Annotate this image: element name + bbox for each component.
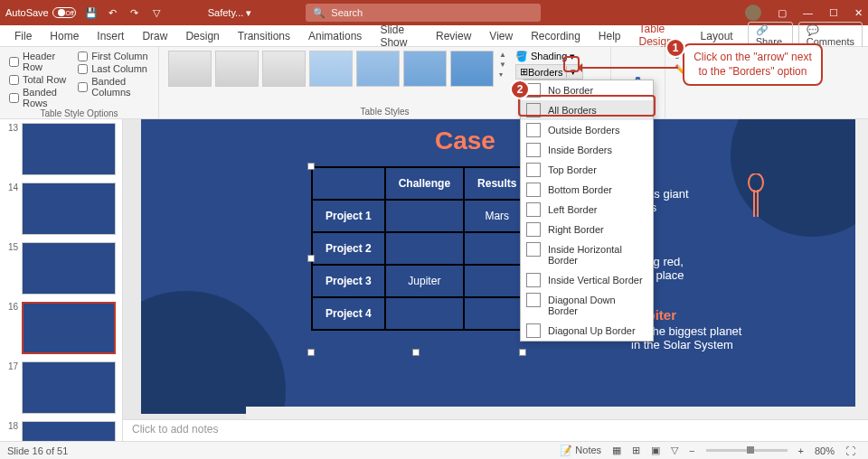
menu-inside-vertical[interactable]: Inside Vertical Border <box>521 270 653 290</box>
cb-banded-columns[interactable]: Banded Columns <box>78 76 149 98</box>
style-option[interactable] <box>403 51 447 87</box>
menu-left-border[interactable]: Left Border <box>521 200 653 220</box>
thumb-16[interactable]: 16 <box>4 302 118 354</box>
top-border-icon <box>526 163 541 177</box>
style-option[interactable] <box>309 51 353 87</box>
fit-window-icon[interactable]: ⛶ <box>840 445 861 456</box>
horizontal-scrollbar[interactable] <box>246 407 855 419</box>
menu-right-border[interactable]: Right Border <box>521 220 653 239</box>
vertical-scrollbar[interactable] <box>855 119 868 419</box>
title-bar: AutoSave Off 💾 ↶ ↷ ▽ Safety... ▾ 🔍 Searc… <box>0 0 868 25</box>
style-option[interactable] <box>262 51 306 87</box>
table-cell[interactable]: Jupiter <box>385 265 464 297</box>
menu-inside-horizontal[interactable]: Inside Horizontal Border <box>521 239 653 270</box>
sorter-view-icon[interactable]: ⊞ <box>627 445 646 456</box>
tab-animations[interactable]: Animations <box>299 26 371 46</box>
thumb-14[interactable]: 14 <box>4 183 118 235</box>
slide-title[interactable]: Case <box>435 126 495 155</box>
autosave-switch[interactable]: Off <box>52 7 76 18</box>
ribbon-display-icon[interactable]: ▢ <box>778 7 787 19</box>
selection-handle[interactable] <box>307 349 315 356</box>
tab-view[interactable]: View <box>480 26 522 46</box>
zoom-level[interactable]: 80% <box>809 445 840 456</box>
minimize-icon[interactable]: — <box>803 7 813 18</box>
gallery-up-icon[interactable]: ▲ <box>499 51 506 59</box>
gallery-more-icon[interactable]: ▾ <box>499 70 506 79</box>
left-border-icon <box>526 202 541 217</box>
cb-first-column[interactable]: First Column <box>78 51 149 61</box>
present-icon[interactable]: ▽ <box>150 6 163 19</box>
zoom-out[interactable]: − <box>684 445 700 456</box>
selection-handle[interactable] <box>519 349 526 356</box>
selection-handle[interactable] <box>307 255 315 262</box>
menu-diagonal-up[interactable]: Diagonal Up Border <box>521 321 653 341</box>
menu-diagonal-down[interactable]: Diagonal Down Border <box>521 290 653 321</box>
thumb-15[interactable]: 15 <box>4 242 118 295</box>
style-option[interactable] <box>168 51 212 87</box>
borders-label: Borders <box>528 67 563 78</box>
tab-review[interactable]: Review <box>427 26 480 46</box>
table-row-header[interactable]: Project 3 <box>312 265 385 297</box>
cb-banded-rows[interactable]: Banded Rows <box>9 87 69 108</box>
borders-dropdown-menu: No Border All Borders Outside Borders In… <box>520 80 654 342</box>
slide-counter[interactable]: Slide 16 of 51 <box>7 445 68 456</box>
tab-help[interactable]: Help <box>590 26 630 46</box>
notes-button[interactable]: 📝 Notes <box>554 445 607 456</box>
table-row-header[interactable]: Project 1 <box>312 200 385 232</box>
step-badge-2: 2 <box>510 80 530 99</box>
safety-pin-icon <box>745 173 767 222</box>
table-header[interactable] <box>312 167 385 200</box>
inside-h-icon <box>526 242 541 257</box>
gallery-down-icon[interactable]: ▼ <box>499 61 506 69</box>
menu-inside-borders[interactable]: Inside Borders <box>521 140 653 160</box>
table-styles-gallery[interactable] <box>168 51 494 87</box>
status-bar: Slide 16 of 51 📝 Notes ▦ ⊞ ▣ ▽ − + 80% ⛶ <box>0 441 868 459</box>
save-icon[interactable]: 💾 <box>85 6 98 19</box>
selection-handle[interactable] <box>412 349 420 356</box>
slideshow-view-icon[interactable]: ▽ <box>665 445 684 456</box>
tab-draw[interactable]: Draw <box>133 26 176 46</box>
right-border-icon <box>526 222 541 237</box>
maximize-icon[interactable]: ☐ <box>829 7 838 19</box>
close-icon[interactable]: ✕ <box>854 7 863 19</box>
zoom-in[interactable]: + <box>793 445 809 456</box>
style-option[interactable] <box>215 51 259 87</box>
table-row-header[interactable]: Project 4 <box>312 297 385 330</box>
style-option[interactable] <box>450 51 494 87</box>
tab-home[interactable]: Home <box>41 26 88 46</box>
tab-file[interactable]: File <box>5 26 41 46</box>
reading-view-icon[interactable]: ▣ <box>646 445 665 456</box>
menu-outside-borders[interactable]: Outside Borders <box>521 120 653 140</box>
diag-up-icon <box>526 323 541 338</box>
tab-design[interactable]: Design <box>176 26 228 46</box>
decoration-blob <box>141 291 286 414</box>
group-label-options: Table Style Options <box>9 108 149 118</box>
cb-header-row[interactable]: Header Row <box>9 51 69 72</box>
zoom-slider[interactable] <box>706 449 788 452</box>
normal-view-icon[interactable]: ▦ <box>607 445 627 456</box>
document-name[interactable]: Safety... ▾ <box>208 7 252 19</box>
autosave-toggle[interactable]: AutoSave Off <box>5 7 76 18</box>
selection-handle[interactable] <box>307 163 315 170</box>
tab-recording[interactable]: Recording <box>522 26 590 46</box>
user-avatar[interactable] <box>745 5 761 21</box>
table-row-header[interactable]: Project 2 <box>312 232 385 265</box>
undo-icon[interactable]: ↶ <box>107 6 119 19</box>
table-cell[interactable] <box>385 232 464 265</box>
table-cell[interactable] <box>385 200 464 232</box>
style-option[interactable] <box>356 51 400 87</box>
cb-total-row[interactable]: Total Row <box>9 74 69 85</box>
thumb-13[interactable]: 13 <box>4 123 118 175</box>
table-cell[interactable] <box>385 297 464 330</box>
table-header[interactable]: Challenge <box>385 167 464 200</box>
redo-icon[interactable]: ↷ <box>128 6 141 19</box>
tab-insert[interactable]: Insert <box>88 26 133 46</box>
tab-transitions[interactable]: Transitions <box>229 26 299 46</box>
menu-top-border[interactable]: Top Border <box>521 160 653 180</box>
thumb-18[interactable]: 18 <box>4 421 118 441</box>
slide-canvas[interactable]: Case ChallengeResultsS Project 1Mars Pro… <box>123 119 868 441</box>
thumb-17[interactable]: 17 <box>4 361 118 414</box>
notes-pane[interactable]: Click to add notes <box>123 419 868 441</box>
cb-last-column[interactable]: Last Column <box>78 63 149 74</box>
menu-bottom-border[interactable]: Bottom Border <box>521 180 653 200</box>
